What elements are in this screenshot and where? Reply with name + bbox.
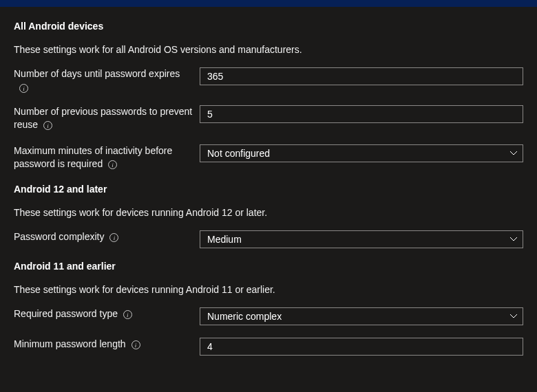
info-icon[interactable] <box>109 233 118 242</box>
row-password-complexity: Password complexity Medium <box>14 230 523 248</box>
select-password-complexity[interactable]: Medium <box>200 230 523 248</box>
label-text: Password complexity <box>14 231 105 242</box>
label-text: Minimum password length <box>14 338 126 349</box>
info-icon[interactable] <box>123 310 132 319</box>
section-desc-android-11: These settings work for devices running … <box>14 284 523 295</box>
label-text: Required password type <box>14 308 118 319</box>
input-password-expiry-days[interactable] <box>200 67 523 85</box>
label-password-expiry-days: Number of days until password expires <box>14 67 200 93</box>
section-heading-android-11: Android 11 and earlier <box>14 261 523 272</box>
label-text: Maximum minutes of inactivity before pas… <box>14 145 172 170</box>
input-min-password-length[interactable] <box>200 338 523 356</box>
select-inactivity-minutes[interactable]: Not configured <box>200 144 523 162</box>
info-icon[interactable] <box>131 340 140 349</box>
label-inactivity-minutes: Maximum minutes of inactivity before pas… <box>14 144 200 171</box>
label-required-password-type: Required password type <box>14 307 200 321</box>
info-icon[interactable] <box>108 160 117 169</box>
label-text: Number of previous passwords to prevent … <box>14 106 192 131</box>
section-desc-all-android: These settings work for all Android OS v… <box>14 44 523 55</box>
input-previous-passwords[interactable] <box>200 105 523 123</box>
select-required-password-type[interactable]: Numeric complex <box>200 307 523 325</box>
row-inactivity-minutes: Maximum minutes of inactivity before pas… <box>14 144 523 171</box>
row-previous-passwords: Number of previous passwords to prevent … <box>14 105 523 132</box>
section-desc-android-12: These settings work for devices running … <box>14 207 523 218</box>
label-password-complexity: Password complexity <box>14 230 200 244</box>
top-banner <box>0 0 537 7</box>
section-heading-android-12: Android 12 and later <box>14 184 523 195</box>
info-icon[interactable] <box>19 84 28 93</box>
info-icon[interactable] <box>43 121 52 130</box>
label-text: Number of days until password expires <box>14 68 180 79</box>
row-min-password-length: Minimum password length <box>14 338 523 356</box>
label-previous-passwords: Number of previous passwords to prevent … <box>14 105 200 132</box>
label-min-password-length: Minimum password length <box>14 338 200 351</box>
select-value: Medium <box>200 230 523 248</box>
row-required-password-type: Required password type Numeric complex <box>14 307 523 325</box>
row-password-expiry-days: Number of days until password expires <box>14 67 523 93</box>
select-value: Not configured <box>200 144 523 162</box>
section-heading-all-android: All Android devices <box>14 21 523 32</box>
select-value: Numeric complex <box>200 307 523 325</box>
